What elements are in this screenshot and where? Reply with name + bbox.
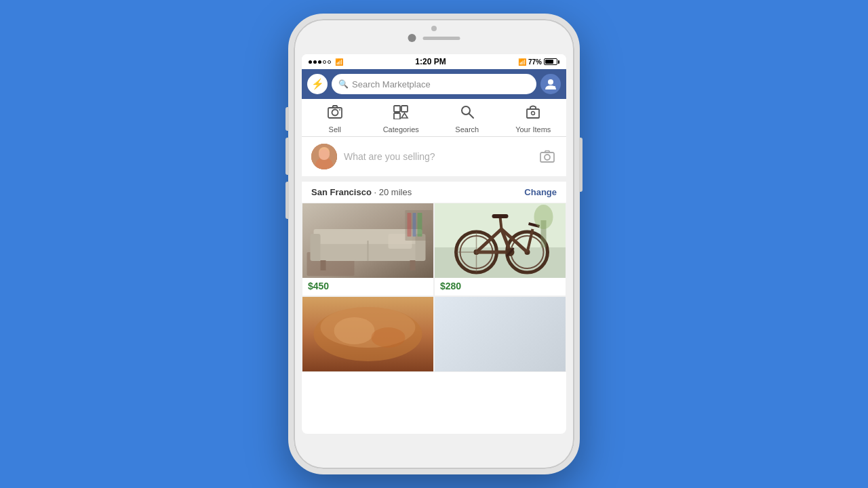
status-right: 📶 77% xyxy=(518,58,559,66)
tab-sell-label: Sell xyxy=(329,125,341,134)
change-location-button[interactable]: Change xyxy=(524,187,557,197)
front-camera xyxy=(408,34,416,42)
battery-percent: 77% xyxy=(528,58,542,66)
svg-line-45 xyxy=(500,217,502,229)
wifi-icon: 📶 xyxy=(335,58,343,66)
phone-screen: 📶 1:20 PM 📶 77% ⚡ 🔍 Search Ma xyxy=(302,54,566,434)
svg-point-14 xyxy=(319,147,330,158)
svg-rect-7 xyxy=(401,106,408,112)
svg-point-56 xyxy=(534,205,553,229)
tab-bar: Sell Categories xyxy=(302,99,566,137)
status-left: 📶 xyxy=(309,58,343,66)
search-bar[interactable]: 🔍 Search Marketplace xyxy=(332,74,536,94)
your-items-icon-svg xyxy=(525,104,541,119)
search-icon: 🔍 xyxy=(338,79,349,89)
tab-search-label: Search xyxy=(455,125,479,134)
svg-line-10 xyxy=(469,114,473,118)
categories-icon xyxy=(393,104,409,123)
search-tab-icon xyxy=(459,104,475,123)
location-text: San Francisco · 20 miles xyxy=(311,187,412,197)
camera-btn-icon xyxy=(540,150,555,163)
product-card-bread[interactable] xyxy=(302,297,433,371)
product-image-bread xyxy=(302,297,433,371)
search-bar-placeholder: Search Marketplace xyxy=(352,79,431,89)
battery-icon xyxy=(544,58,559,65)
volume-down-button xyxy=(285,138,289,175)
product-image-sofa xyxy=(302,203,433,278)
avatar-svg xyxy=(311,144,337,169)
product-card-misc[interactable] xyxy=(435,297,566,371)
svg-rect-30 xyxy=(408,213,412,237)
svg-rect-26 xyxy=(410,260,416,270)
profile-icon[interactable] xyxy=(540,74,561,94)
camera-button[interactable] xyxy=(538,147,557,166)
signal-dot-3 xyxy=(318,60,321,64)
battery-tip xyxy=(558,60,559,64)
svg-point-0 xyxy=(548,79,553,85)
tab-sell[interactable]: Sell xyxy=(302,104,368,134)
phone-top-hardware xyxy=(408,34,460,42)
volume-up-button xyxy=(285,107,289,131)
svg-point-17 xyxy=(545,155,550,160)
product-card-sofa[interactable]: $450 xyxy=(302,203,433,296)
tab-categories[interactable]: Categories xyxy=(368,104,435,134)
sofa-image-svg xyxy=(302,203,433,278)
messenger-logo: ⚡ xyxy=(311,78,324,90)
svg-rect-25 xyxy=(321,260,326,270)
svg-rect-46 xyxy=(492,214,509,218)
tab-categories-label: Categories xyxy=(383,125,419,134)
svg-point-62 xyxy=(372,327,406,348)
svg-rect-6 xyxy=(394,106,400,112)
earpiece-speaker xyxy=(423,37,460,40)
svg-point-9 xyxy=(462,106,470,115)
top-nav: ⚡ 🔍 Search Marketplace xyxy=(302,69,566,99)
location-bar: San Francisco · 20 miles Change xyxy=(302,182,566,203)
sell-post-box: What are you selling? xyxy=(302,137,566,182)
user-avatar xyxy=(311,144,337,169)
your-items-icon xyxy=(525,104,541,123)
svg-rect-8 xyxy=(394,113,400,119)
camera-icon-svg xyxy=(327,104,343,119)
tab-your-items-label: Your Items xyxy=(515,125,551,134)
signal-dot-5 xyxy=(328,60,331,64)
location-city: San Francisco xyxy=(311,187,372,197)
bike-image-svg xyxy=(435,203,566,278)
svg-point-61 xyxy=(334,317,375,344)
product-grid: $450 xyxy=(302,203,566,372)
product-price-bike: $280 xyxy=(435,278,566,296)
mute-button xyxy=(285,182,289,219)
product-card-bike[interactable]: $280 xyxy=(435,203,566,296)
tab-your-items[interactable]: Your Items xyxy=(500,104,567,134)
search-tab-icon-svg xyxy=(459,104,475,119)
phone-shell: 📶 1:20 PM 📶 77% ⚡ 🔍 Search Ma xyxy=(288,14,580,474)
product-image-misc xyxy=(435,297,566,371)
svg-rect-31 xyxy=(413,213,416,237)
product-image-bike xyxy=(435,203,566,278)
avatar-face xyxy=(311,144,337,169)
battery-fill xyxy=(545,60,553,64)
signal-dot-1 xyxy=(309,60,312,64)
sell-icon xyxy=(327,104,343,123)
bread-image-svg xyxy=(302,297,433,371)
bluetooth-icon: 📶 xyxy=(518,58,526,66)
location-miles: · 20 miles xyxy=(374,187,412,197)
signal-dot-4 xyxy=(323,60,326,64)
svg-point-5 xyxy=(339,109,340,110)
sell-input-placeholder[interactable]: What are you selling? xyxy=(344,151,531,162)
svg-point-12 xyxy=(532,112,535,115)
svg-rect-11 xyxy=(527,109,539,118)
power-button xyxy=(579,138,583,192)
messenger-icon[interactable]: ⚡ xyxy=(307,74,328,94)
product-price-sofa: $450 xyxy=(302,278,433,296)
svg-rect-32 xyxy=(418,213,422,237)
battery-body xyxy=(544,58,557,65)
signal-dot-2 xyxy=(313,60,317,64)
svg-point-4 xyxy=(332,110,338,116)
profile-svg xyxy=(545,79,556,89)
svg-rect-23 xyxy=(311,234,321,261)
tab-search[interactable]: Search xyxy=(434,104,500,134)
signal-strength xyxy=(309,60,331,64)
status-bar: 📶 1:20 PM 📶 77% xyxy=(302,54,566,69)
categories-icon-svg xyxy=(393,104,409,119)
status-time: 1:20 PM xyxy=(415,57,446,66)
